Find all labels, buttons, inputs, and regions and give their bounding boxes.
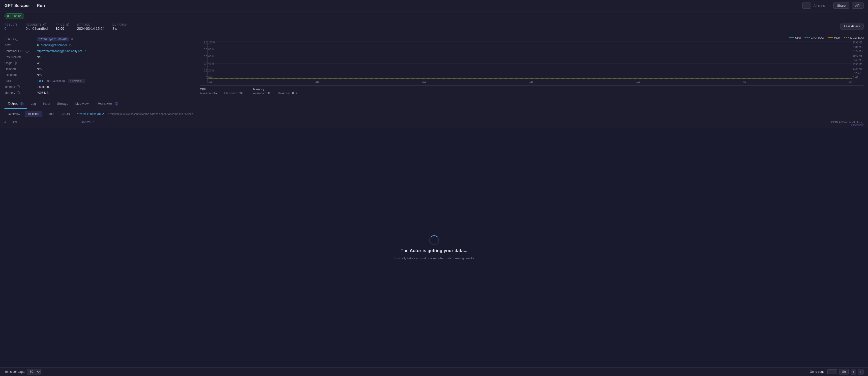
y-right-8: 512 MB — [852, 72, 864, 75]
items-per-page-select[interactable]: 50 100 200 — [27, 369, 41, 375]
col-json-title: JSON answer (if any) — [794, 121, 864, 124]
started-label: STARTED — [77, 23, 105, 26]
origin-val: WEB — [37, 61, 43, 65]
json-tab-btn[interactable]: JSON — [59, 111, 73, 117]
chart-stats-row: CPU Average: 0% Maximum: 0% Memory Avera… — [200, 85, 864, 95]
col-answer-header: Answer — [81, 121, 794, 126]
chart-mem-stat: Memory Average: 0 B Maximum: 0 B — [253, 88, 297, 95]
chart-panel: CPU CPU_MAX MEM MEM_MAX 1.0 0.8 0.6 0.4 … — [196, 33, 868, 99]
stat-price: PRICE i $0.00 — [56, 23, 69, 31]
legend-cpu-max: CPU_MAX — [805, 36, 824, 39]
prev-page-button[interactable]: ‹ — [850, 369, 856, 375]
table-tab-btn[interactable]: Table — [44, 111, 58, 117]
tab-storage[interactable]: Storage — [54, 99, 72, 109]
cpu-max-label: Maximum: 0% — [224, 92, 243, 95]
tab-output[interactable]: Output 0 — [4, 99, 27, 109]
run-id-badge[interactable]: Q7TfGd5p1f1c89VGN — [37, 37, 69, 41]
container-url-external-icon[interactable]: ↗ — [84, 50, 86, 53]
mem-max-label: Maximum: 0 B — [278, 92, 297, 95]
chart-container: 1.0 0.8 0.6 0.4 0.2 0 100 % 80 % 60 % 40… — [200, 41, 864, 83]
chart-x-labels: -30s -25s -20s -15s -10s -5s -0s — [208, 79, 851, 83]
y-right-6: 1536 MB — [852, 63, 864, 66]
copy-run-id-icon[interactable]: ⧉ — [71, 37, 73, 41]
tab-input[interactable]: Input — [39, 99, 54, 109]
build-val: 0.0.11 0.0 (version-0) ⊙ version-0 — [37, 79, 85, 83]
go-button[interactable]: Go — [839, 369, 849, 375]
build-key: Build — [4, 79, 37, 83]
back-button[interactable]: ← — [802, 2, 811, 9]
y-left-2: 0.2 — [200, 69, 207, 72]
container-url-info-icon[interactable]: i — [26, 50, 29, 53]
overview-tab-btn[interactable]: Overview — [4, 111, 23, 117]
all-fields-tab-btn[interactable]: All fields — [25, 111, 42, 117]
y-right-3: 3072 MB — [852, 50, 864, 53]
actor-link[interactable]: drobnikj/gpt-scraper — [41, 44, 67, 47]
cpu-max-val: 0% — [239, 92, 243, 95]
stats-row: RESULTS 0 REQUESTS i 0 of 0 handled PRIC… — [0, 21, 868, 33]
stat-results: RESULTS 0 — [4, 23, 18, 31]
next-page-button[interactable]: › — [858, 369, 864, 375]
duration-value: 3 s — [112, 27, 127, 31]
run-id-info-icon[interactable]: i — [16, 38, 18, 41]
build-link[interactable]: 0.0.11 — [37, 79, 45, 83]
mem-avg-label: Average: 0 B — [253, 92, 270, 95]
chart-y-right: 4096 MB 3584 MB 3072 MB 2560 MB 2048 MB … — [851, 41, 864, 83]
col-json-sub: jsonAnswer — [794, 124, 864, 126]
chart-svg — [208, 41, 851, 79]
origin-key: Origin i — [4, 61, 37, 65]
cpu-legend-label: CPU — [795, 36, 801, 39]
footer-right: Go to page: Go ‹ › — [810, 369, 864, 375]
chart-cpu-values: Average: 0% Maximum: 0% — [200, 92, 243, 95]
header-right: ← All runs → Share API — [802, 2, 864, 9]
memory-info-icon[interactable]: i — [17, 91, 20, 94]
y-right-9: 0 MB — [852, 76, 864, 79]
external-link-icon: ↗ — [102, 112, 104, 116]
price-info-icon[interactable]: i — [66, 23, 69, 26]
origin-info-icon[interactable]: i — [14, 62, 17, 64]
api-button[interactable]: API — [852, 2, 864, 9]
origin-row: Origin i WEB — [4, 60, 191, 66]
x-label-20: -20s — [422, 80, 426, 83]
requests-info-icon[interactable]: i — [43, 23, 46, 26]
chart-main: -30s -25s -20s -15s -10s -5s -0s — [207, 41, 851, 83]
chart-legend: CPU CPU_MAX MEM MEM_MAX — [200, 36, 864, 39]
preview-link[interactable]: Preview in new tab ↗ — [75, 112, 104, 116]
mem-max-legend-label: MEM_MAX — [850, 36, 864, 39]
actor-key: Actor — [4, 44, 37, 47]
y-left-1: 0 — [200, 76, 207, 79]
container-url-val: https://ntamf6zadggf.runs.apify.net ↗ — [37, 49, 86, 53]
less-details-button[interactable]: Less details — [840, 23, 864, 30]
build-semver: 0.0 (version-0) — [48, 80, 65, 82]
tab-integrations[interactable]: Integrations 0 — [92, 99, 122, 109]
status-dot — [7, 15, 9, 17]
col-num-header: # — [4, 121, 12, 126]
y-left-5: 0.8 — [200, 48, 207, 51]
copy-actor-icon[interactable]: ⧉ — [69, 44, 72, 47]
exit-code-row: Exit code N/A — [4, 72, 191, 78]
header-left: GPT Scraper - Run — [4, 3, 45, 8]
legend-mem: MEM — [828, 36, 840, 39]
status-label: Running — [10, 15, 22, 18]
tab-log[interactable]: Log — [27, 99, 40, 109]
stats-left: RESULTS 0 REQUESTS i 0 of 0 handled PRIC… — [4, 23, 127, 31]
y-right-1: 4096 MB — [852, 41, 864, 44]
page-number-input[interactable] — [827, 369, 837, 374]
timeout-info-icon[interactable]: i — [17, 85, 20, 88]
chart-y-left: 1.0 0.8 0.6 0.4 0.2 0 — [200, 41, 207, 83]
tab-live-view[interactable]: Live view — [72, 99, 92, 109]
container-url-link[interactable]: https://ntamf6zadggf.runs.apify.net — [37, 49, 82, 53]
x-label-10: -10s — [636, 80, 640, 83]
started-value: 2024-03-14 15:24 — [77, 27, 105, 31]
main-tabs: Output 0 Log Input Storage Live view Int… — [0, 99, 868, 109]
container-url-key: Container URL i — [4, 49, 37, 53]
less-details-button-wrap: Less details — [840, 23, 864, 30]
col-json-header: JSON answer (if any) jsonAnswer — [794, 121, 864, 126]
empty-title: The Actor is getting your data... — [401, 248, 467, 253]
mem-legend-label: MEM — [834, 36, 840, 39]
share-button[interactable]: Share — [833, 2, 849, 9]
mem-max-val: 0 B — [292, 92, 297, 95]
items-per-page-label: Items per page: — [4, 370, 25, 374]
cpu-avg-val: 0% — [213, 92, 217, 95]
x-label-5: -5s — [743, 80, 746, 83]
exit-code-val: N/A — [37, 73, 42, 77]
